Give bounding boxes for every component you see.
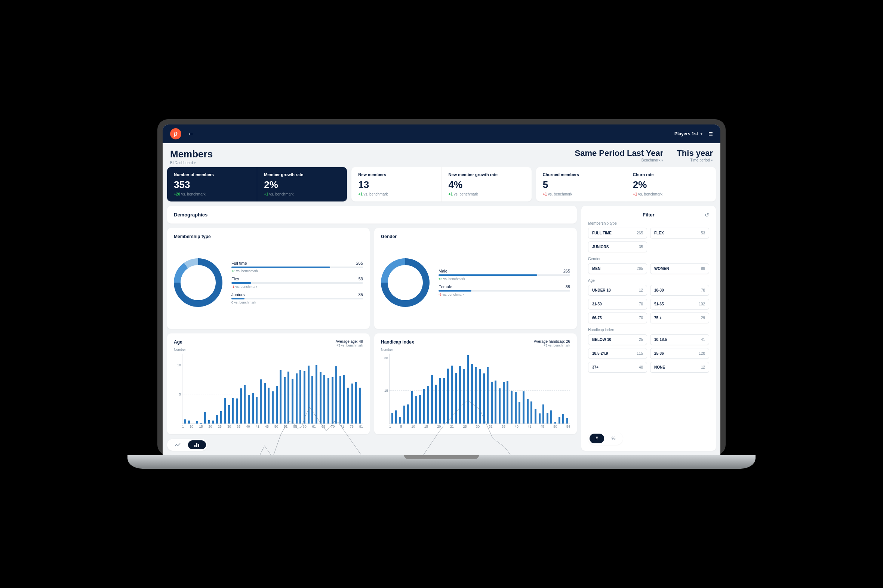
filter-chip[interactable]: 31-5070 [588,298,647,309]
filter-chip[interactable]: 25-36120 [650,348,709,359]
donut-chart-gender [381,258,430,307]
dashboard-switcher[interactable]: BI Dashboard [170,161,213,165]
histogram-bar [359,388,361,423]
histogram-bar [479,369,481,423]
benchmark-switcher[interactable]: Benchmark [575,158,664,162]
account-switcher[interactable]: Players 1st [675,131,702,136]
histogram-bar [495,381,496,423]
histogram-bar [339,376,341,423]
chip-value: 29 [701,316,705,320]
filter-chip[interactable]: MEN265 [588,263,647,274]
chip-value: 70 [639,302,643,306]
bar-chart-icon [194,442,200,447]
histogram-bar [519,402,520,423]
chip-label: 66-75 [592,316,602,320]
kpi-benchmark: +1 vs. benchmark [448,192,525,196]
histogram-bar [264,383,266,423]
x-tick: 70 [331,424,334,428]
panel-gender: Gender Male265+5 vs. benchmarkFemale88-3… [374,228,577,329]
y-axis-label: Number [381,348,414,351]
chip-label: 37+ [592,365,598,369]
unit-count-button[interactable]: # [589,434,604,443]
handicap-stat: Average handicap: 26 [534,339,570,344]
kpi-benchmark: +1 vs. benchmark [543,192,619,196]
x-tick: 30 [476,424,480,428]
filter-chip[interactable]: FLEX53 [650,228,709,238]
x-tick: 55 [293,424,297,428]
chip-label: 18.5-24.9 [592,351,608,356]
time-period-switcher[interactable]: Time period [677,158,713,162]
filter-chip[interactable]: 10-18.541 [650,334,709,345]
legend-membership: Full time265+3 vs. benchmarkFlex53-1 vs.… [231,261,363,304]
histogram-age: 510 [182,354,363,424]
histogram-bar [543,405,544,423]
x-tick: 31 [489,424,493,428]
histogram-bar [296,374,298,423]
legend-benchmark: -3 vs. benchmark [439,293,570,296]
legend-benchmark: +3 vs. benchmark [231,269,363,273]
filter-chip[interactable]: JUNIORS35 [588,242,647,252]
x-tick: 71 [340,424,344,428]
panel-age: Age Number Average age: 49 +3 vs. benchm… [167,333,370,434]
kpi-label: New members [358,172,435,177]
chart-type-bar-button[interactable] [188,440,206,449]
svg-rect-2 [198,444,199,447]
filter-chip[interactable]: 18-3070 [650,285,709,296]
filter-chip[interactable]: 51-65102 [650,298,709,309]
back-button[interactable]: ← [187,130,194,138]
legend-value: 53 [358,277,363,281]
filter-panel: Filter ↺ Membership typeFULL TIME265FLEX… [581,206,716,451]
chip-label: UNDER 18 [592,288,610,292]
x-tick: 75 [350,424,354,428]
histogram-bar [411,391,413,423]
histogram-bar [435,385,437,423]
brand-logo[interactable]: p [170,128,181,140]
unit-percent-button[interactable]: % [606,434,622,443]
legend-value: 88 [566,285,570,289]
histogram-bar [276,386,278,423]
histogram-bar [399,417,401,423]
chip-value: 53 [701,231,705,235]
histogram-bar [459,366,461,423]
histogram-bar [256,397,258,423]
x-tick: 21 [450,424,454,428]
histogram-bar [220,411,222,423]
chip-value: 265 [637,267,643,271]
filter-chip[interactable]: FULL TIME265 [588,228,647,238]
chart-type-line-button[interactable] [169,440,187,449]
x-tick: 50 [274,424,278,428]
chip-label: FULL TIME [592,231,612,235]
x-tick: 61 [312,424,316,428]
histogram-bar [204,412,206,423]
filter-chip[interactable]: NONE12 [650,362,709,373]
legend-name: Full time [231,261,247,266]
page-title: Members [170,148,213,160]
x-tick: 1 [389,424,391,428]
legend-name: Flex [231,277,239,281]
account-name: Players 1st [675,131,698,136]
legend-name: Female [439,285,452,289]
menu-button[interactable]: ≡ [708,130,713,138]
histogram-bar [232,398,234,423]
filter-chip[interactable]: 75 +29 [650,312,709,323]
reset-icon[interactable]: ↺ [705,212,709,218]
filter-chip[interactable]: 66-7570 [588,312,647,323]
filter-chip[interactable]: WOMEN88 [650,263,709,274]
filter-chip[interactable]: BELOW 1025 [588,334,647,345]
histogram-bar [284,377,286,423]
filter-section-gender: GenderMEN265WOMEN88 [588,257,709,274]
chip-label: 18-30 [654,288,664,292]
filter-chip[interactable]: 37+40 [588,362,647,373]
histogram-bar [216,415,218,423]
histogram-bar [224,398,226,423]
histogram-bar [539,413,541,423]
histogram-bar [419,395,421,423]
chip-label: 51-65 [654,302,664,306]
legend-item: Flex53-1 vs. benchmark [231,277,363,289]
filter-chip[interactable]: UNDER 1812 [588,285,647,296]
histogram-bar [312,376,313,423]
chip-value: 120 [699,351,705,356]
histogram-bar [304,371,306,423]
x-tick: 15 [199,424,202,428]
filter-chip[interactable]: 18.5-24.9115 [588,348,647,359]
